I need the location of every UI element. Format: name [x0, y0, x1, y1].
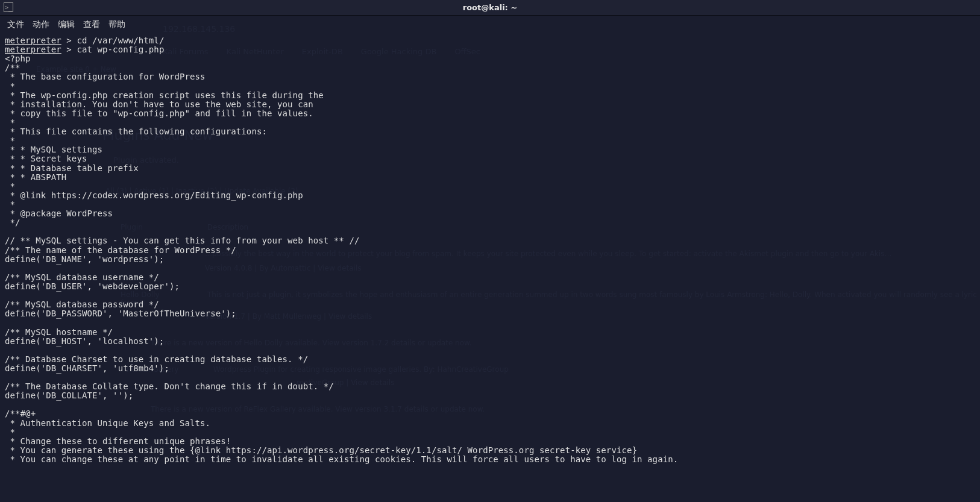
command-2: cat wp-config.php — [77, 45, 164, 54]
menu-view[interactable]: 查看 — [83, 19, 100, 30]
prompt-2: meterpreter — [5, 45, 61, 54]
menu-edit[interactable]: 编辑 — [58, 19, 75, 30]
file-output: <?php /** * The base configuration for W… — [5, 54, 678, 464]
prompt-sep-2: > — [61, 45, 77, 54]
terminal-icon: >_ — [4, 2, 13, 12]
window-title: root@kali: ~ — [463, 3, 517, 12]
menu-file[interactable]: 文件 — [7, 19, 24, 30]
prompt-sep-1: > — [61, 36, 77, 45]
menubar: 文件 动作 编辑 查看 帮助 — [0, 16, 980, 34]
prompt-1: meterpreter — [5, 36, 61, 45]
menu-actions[interactable]: 动作 — [33, 19, 49, 30]
terminal-output[interactable]: meterpreter > cd /var/www/html/ meterpre… — [0, 34, 980, 469]
window-titlebar[interactable]: >_ root@kali: ~ — [0, 0, 980, 16]
command-1: cd /var/www/html/ — [77, 36, 164, 45]
menu-help[interactable]: 帮助 — [108, 19, 125, 30]
